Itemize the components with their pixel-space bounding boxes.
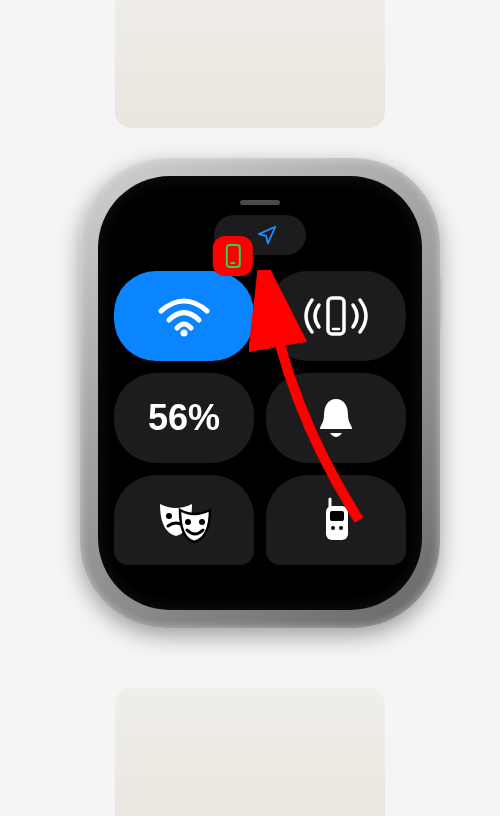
svg-point-0	[181, 330, 188, 337]
grabber-handle[interactable]	[240, 200, 280, 205]
theater-masks-icon	[154, 496, 214, 544]
watch-band-top	[115, 0, 385, 128]
wifi-tile[interactable]	[114, 271, 254, 361]
svg-point-5	[185, 519, 191, 525]
walkie-talkie-tile[interactable]	[266, 475, 406, 565]
ping-phone-icon	[301, 292, 371, 340]
apple-watch-frame: 56%	[40, 18, 460, 798]
phone-connected-highlight	[213, 236, 253, 276]
control-grid: 56%	[114, 271, 406, 565]
walkie-talkie-icon	[316, 496, 356, 544]
silent-mode-tile[interactable]	[266, 373, 406, 463]
battery-tile[interactable]: 56%	[114, 373, 254, 463]
svg-rect-8	[330, 511, 344, 521]
watch-band-bottom	[115, 688, 385, 816]
battery-label: 56%	[148, 397, 220, 439]
svg-point-11	[339, 526, 343, 530]
control-center[interactable]: 56%	[114, 200, 406, 592]
location-arrow-icon	[256, 224, 278, 246]
svg-point-6	[199, 519, 205, 525]
wifi-icon	[157, 295, 211, 337]
svg-point-3	[166, 513, 172, 519]
theater-mode-tile[interactable]	[114, 475, 254, 565]
ping-iphone-tile[interactable]	[266, 271, 406, 361]
watch-case: 56%	[80, 158, 440, 628]
phone-connected-icon	[225, 244, 240, 268]
watch-screen: 56%	[98, 176, 422, 610]
svg-point-10	[331, 526, 335, 530]
bell-icon	[315, 395, 357, 441]
